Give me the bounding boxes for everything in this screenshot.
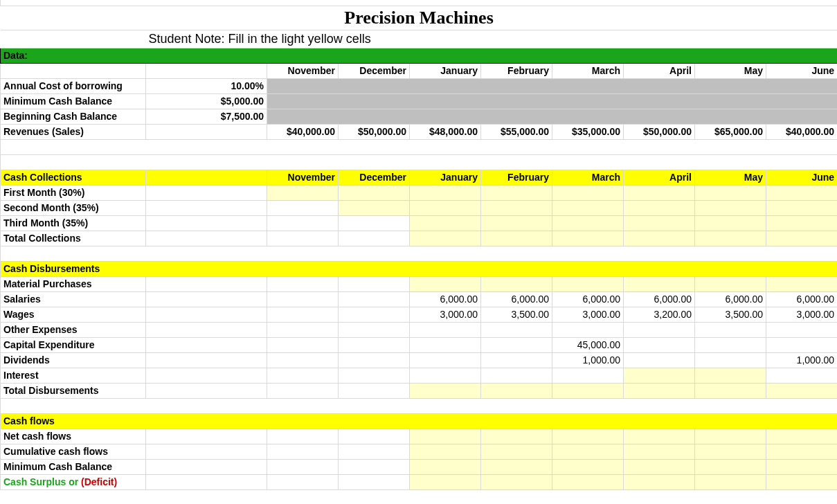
cell-input[interactable] <box>766 444 838 459</box>
cell-input[interactable] <box>624 429 695 444</box>
cell[interactable] <box>624 337 695 352</box>
cell[interactable]: 3,500.00 <box>481 307 552 322</box>
cell-input[interactable] <box>766 200 838 215</box>
cell-input[interactable] <box>552 444 624 459</box>
cell[interactable] <box>481 337 552 352</box>
cell-input[interactable] <box>552 276 624 291</box>
cell-input[interactable] <box>695 383 766 398</box>
cell-input[interactable] <box>766 383 838 398</box>
cell-input[interactable] <box>481 185 552 200</box>
cell-value[interactable]: $35,000.00 <box>552 124 624 139</box>
cell[interactable] <box>339 215 410 231</box>
cell-input[interactable] <box>695 444 766 459</box>
cell-value[interactable]: $40,000.00 <box>766 124 838 139</box>
cell[interactable] <box>339 459 410 474</box>
cell-input[interactable] <box>766 215 838 231</box>
cell-input[interactable] <box>552 383 624 398</box>
cell[interactable]: 6,000.00 <box>481 291 552 307</box>
cell[interactable] <box>410 352 481 368</box>
cell-input[interactable] <box>695 459 766 474</box>
cell[interactable] <box>267 444 339 459</box>
cell[interactable]: 3,000.00 <box>766 307 838 322</box>
cell[interactable]: 1,000.00 <box>766 352 838 368</box>
cell-input[interactable] <box>695 215 766 231</box>
cell-input[interactable] <box>552 215 624 231</box>
cell[interactable] <box>552 368 624 383</box>
cell[interactable] <box>481 368 552 383</box>
cell-input[interactable] <box>695 231 766 246</box>
cell[interactable] <box>695 337 766 352</box>
cell[interactable] <box>339 429 410 444</box>
cell-value[interactable]: $7,500.00 <box>146 109 267 124</box>
cell-input[interactable] <box>766 231 838 246</box>
cell-input[interactable] <box>481 200 552 215</box>
cell-input[interactable] <box>624 383 695 398</box>
cell-input[interactable] <box>552 474 624 489</box>
cell[interactable] <box>339 276 410 291</box>
cell[interactable] <box>267 429 339 444</box>
cell[interactable]: 6,000.00 <box>410 291 481 307</box>
cell[interactable] <box>339 352 410 368</box>
cell[interactable] <box>267 307 339 322</box>
cell-input[interactable] <box>339 200 410 215</box>
cell[interactable]: 6,000.00 <box>552 291 624 307</box>
cell[interactable] <box>339 444 410 459</box>
cell-input[interactable] <box>624 474 695 489</box>
cell-input[interactable] <box>552 185 624 200</box>
cell-input[interactable] <box>624 185 695 200</box>
cell-input[interactable] <box>267 185 339 200</box>
cell-value[interactable]: $48,000.00 <box>410 124 481 139</box>
cell[interactable] <box>766 337 838 352</box>
cell[interactable] <box>267 200 339 215</box>
cell-value[interactable]: $50,000.00 <box>624 124 695 139</box>
cell[interactable] <box>267 474 339 489</box>
cell[interactable] <box>766 368 838 383</box>
cell[interactable] <box>339 383 410 398</box>
cell-input[interactable] <box>695 276 766 291</box>
cell[interactable] <box>339 474 410 489</box>
cell[interactable] <box>481 352 552 368</box>
cell-input[interactable] <box>695 368 766 383</box>
cell-input[interactable] <box>624 444 695 459</box>
cell[interactable]: 1,000.00 <box>552 352 624 368</box>
cell[interactable] <box>339 307 410 322</box>
cell-input[interactable] <box>624 215 695 231</box>
cell-input[interactable] <box>552 200 624 215</box>
cell-input[interactable] <box>624 276 695 291</box>
cell-input[interactable] <box>481 459 552 474</box>
cell[interactable] <box>267 291 339 307</box>
cell-input[interactable] <box>624 368 695 383</box>
cell-input[interactable] <box>410 429 481 444</box>
cell[interactable]: 45,000.00 <box>552 337 624 352</box>
cell-input[interactable] <box>624 200 695 215</box>
cell[interactable] <box>267 383 339 398</box>
cell[interactable] <box>267 368 339 383</box>
cell-value[interactable]: 10.00% <box>146 78 267 93</box>
cell[interactable]: 6,000.00 <box>695 291 766 307</box>
cell-input[interactable] <box>481 444 552 459</box>
cell-input[interactable] <box>481 383 552 398</box>
cell[interactable] <box>695 352 766 368</box>
cell-input[interactable] <box>481 276 552 291</box>
cell-input[interactable] <box>410 231 481 246</box>
cell-input[interactable] <box>624 231 695 246</box>
cell[interactable]: 6,000.00 <box>766 291 838 307</box>
cell-value[interactable]: $50,000.00 <box>339 124 410 139</box>
cell-input[interactable] <box>410 459 481 474</box>
cell-input[interactable] <box>410 444 481 459</box>
cell[interactable] <box>410 368 481 383</box>
cell[interactable] <box>267 231 339 246</box>
cell[interactable] <box>267 215 339 231</box>
cell-input[interactable] <box>339 185 410 200</box>
cell-input[interactable] <box>552 231 624 246</box>
cell-input[interactable] <box>766 459 838 474</box>
cell-value[interactable]: $5,000.00 <box>146 93 267 109</box>
cell-input[interactable] <box>481 429 552 444</box>
cell-input[interactable] <box>695 474 766 489</box>
cell-input[interactable] <box>552 459 624 474</box>
cell-input[interactable] <box>410 383 481 398</box>
cell[interactable] <box>339 291 410 307</box>
cell[interactable]: 3,200.00 <box>624 307 695 322</box>
cell-input[interactable] <box>766 429 838 444</box>
cell-input[interactable] <box>410 185 481 200</box>
